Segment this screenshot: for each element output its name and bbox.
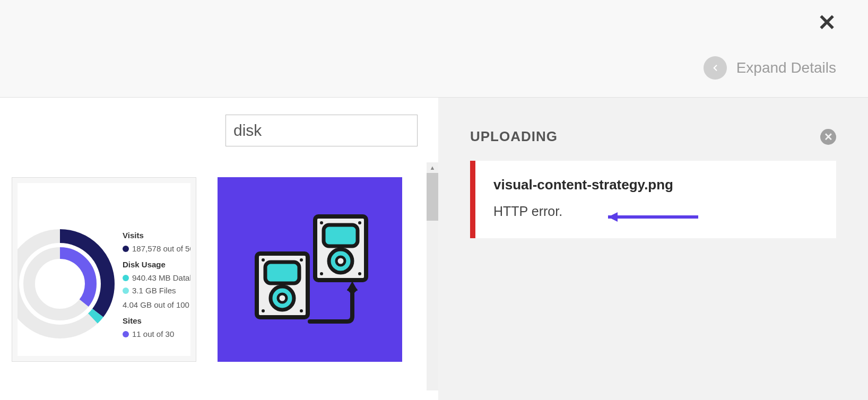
search-input[interactable] bbox=[225, 115, 418, 146]
sites-label: Sites bbox=[123, 315, 190, 327]
disk-files: 3.1 GB Files bbox=[132, 285, 176, 297]
thumbnail-legend: Visits 187,578 out of 500 Disk Usage 940… bbox=[123, 225, 190, 340]
visits-label: Visits bbox=[123, 230, 190, 242]
svg-point-8 bbox=[336, 257, 345, 265]
svg-point-17 bbox=[262, 258, 265, 262]
svg-point-12 bbox=[358, 272, 361, 275]
disk-total: 4.04 GB out of 100 GB bbox=[123, 299, 190, 311]
donut-chart-icon bbox=[18, 225, 118, 344]
svg-point-9 bbox=[320, 221, 323, 224]
upload-header: UPLOADING ✕ bbox=[470, 128, 836, 145]
top-bar: ✕ bbox=[0, 0, 868, 38]
thumbnail-grid: Visits 187,578 out of 500 Disk Usage 940… bbox=[12, 177, 402, 362]
expand-details-link[interactable]: Expand Details bbox=[736, 59, 836, 76]
thumbnail-disk-transfer[interactable] bbox=[218, 177, 402, 362]
scroll-thumb[interactable] bbox=[427, 173, 438, 221]
svg-point-19 bbox=[262, 309, 265, 312]
upload-item: visual-content-strategy.png HTTP error. bbox=[470, 161, 836, 238]
svg-rect-14 bbox=[265, 262, 299, 283]
svg-marker-21 bbox=[347, 281, 358, 291]
svg-point-16 bbox=[278, 294, 287, 302]
dismiss-upload-icon[interactable]: ✕ bbox=[820, 129, 836, 145]
svg-point-18 bbox=[300, 258, 303, 262]
close-icon[interactable]: ✕ bbox=[818, 12, 836, 34]
svg-point-11 bbox=[320, 272, 323, 275]
visits-value: 187,578 out of 500 bbox=[132, 243, 190, 255]
svg-point-20 bbox=[300, 309, 303, 312]
media-panel: Visits 187,578 out of 500 Disk Usage 940… bbox=[0, 98, 438, 400]
scrollbar[interactable]: ▲ bbox=[427, 162, 438, 390]
thumbnail-analytics[interactable]: Visits 187,578 out of 500 Disk Usage 940… bbox=[12, 177, 196, 362]
chevron-left-icon[interactable] bbox=[704, 56, 727, 80]
sites-value: 11 out of 30 bbox=[132, 328, 174, 341]
upload-panel: UPLOADING ✕ visual-content-strategy.png … bbox=[438, 98, 868, 400]
upload-filename: visual-content-strategy.png bbox=[493, 177, 818, 193]
disk-label: Disk Usage bbox=[123, 259, 190, 271]
main-area: Visits 187,578 out of 500 Disk Usage 940… bbox=[0, 98, 868, 400]
uploading-heading: UPLOADING bbox=[470, 128, 558, 145]
svg-marker-23 bbox=[608, 212, 618, 222]
disk-db: 940.43 MB Databa bbox=[132, 272, 190, 284]
svg-rect-6 bbox=[324, 225, 358, 246]
annotation-arrow-icon bbox=[592, 210, 704, 224]
sub-header: Expand Details bbox=[0, 38, 868, 98]
svg-point-10 bbox=[358, 221, 361, 224]
disk-transfer-icon bbox=[241, 201, 379, 338]
scroll-up-icon[interactable]: ▲ bbox=[427, 162, 438, 173]
